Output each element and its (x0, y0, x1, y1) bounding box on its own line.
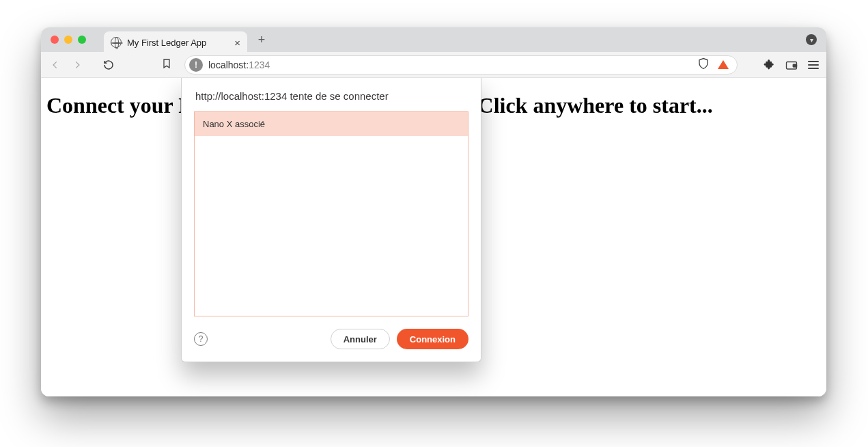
svg-rect-1 (793, 64, 796, 67)
cancel-button[interactable]: Annuler (331, 329, 390, 349)
dialog-footer: ? Annuler Connexion (194, 329, 468, 349)
close-tab-icon[interactable]: × (234, 37, 240, 49)
page-content[interactable]: Connect your Nano and open the Bitcoin a… (41, 78, 826, 396)
globe-icon (111, 37, 122, 48)
new-tab-button[interactable]: + (253, 31, 270, 49)
menu-icon[interactable] (807, 59, 820, 71)
device-list[interactable]: Nano X associé (194, 111, 468, 316)
back-button[interactable] (48, 57, 63, 72)
toolbar-actions (764, 59, 820, 71)
extensions-icon[interactable] (764, 59, 776, 71)
brave-rewards-icon[interactable] (718, 60, 729, 69)
reload-button[interactable] (101, 57, 116, 72)
dialog-title: http://localhost:1234 tente de se connec… (195, 90, 467, 102)
forward-button[interactable] (70, 57, 85, 72)
maximize-window-button[interactable] (78, 36, 86, 44)
bookmark-icon[interactable] (161, 57, 172, 72)
browser-toolbar: ! localhost:1234 (41, 52, 826, 78)
wallet-icon[interactable] (785, 59, 798, 71)
device-item[interactable]: Nano X associé (195, 112, 468, 136)
address-text: localhost:1234 (208, 59, 270, 70)
address-bar[interactable]: ! localhost:1234 (184, 55, 738, 74)
device-chooser-dialog: http://localhost:1234 tente de se connec… (181, 78, 481, 362)
tab-title: My First Ledger App (127, 38, 229, 48)
close-window-button[interactable] (51, 36, 59, 44)
tabs-overflow-button[interactable]: ▾ (806, 34, 817, 45)
window-controls (41, 36, 96, 44)
help-icon[interactable]: ? (194, 332, 208, 346)
minimize-window-button[interactable] (64, 36, 72, 44)
browser-window: My First Ledger App × + ▾ ! localhost:12… (41, 27, 826, 396)
connect-button[interactable]: Connexion (397, 329, 468, 349)
tab-strip: My First Ledger App × + ▾ (41, 27, 826, 52)
not-secure-icon[interactable]: ! (189, 58, 203, 72)
browser-tab[interactable]: My First Ledger App × (104, 31, 247, 53)
shield-icon[interactable] (697, 57, 710, 72)
